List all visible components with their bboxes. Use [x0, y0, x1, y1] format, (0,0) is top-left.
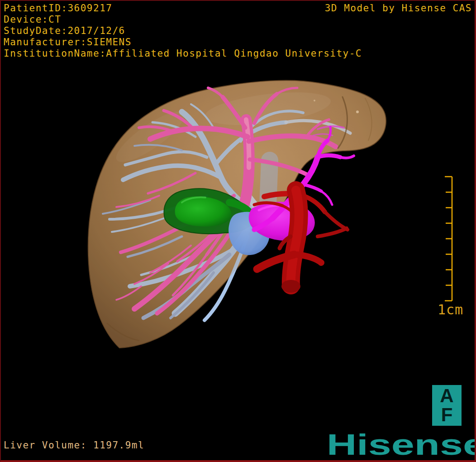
hisense-logo: Hisense — [327, 428, 476, 462]
scale-bar-label: 1cm — [438, 302, 463, 318]
device-text: Device:CT — [4, 14, 362, 25]
orientation-letter-a: A — [440, 386, 453, 405]
dicom-info-overlay: PatientID:3609217 Device:CT StudyDate:20… — [4, 3, 362, 59]
scale-bar-ruler — [445, 177, 452, 301]
hisense-logo-text: Hisense — [327, 428, 476, 461]
study-date-text: StudyDate:2017/12/6 — [4, 25, 362, 37]
orientation-letter-f: F — [441, 405, 453, 424]
institution-text: InstitutionName:Affiliated Hospital Qing… — [4, 48, 362, 59]
watermark-text: 3D Model by Hisense CAS — [325, 3, 472, 14]
scale-bar: 1cm — [432, 173, 474, 322]
liver-volume-text: Liver Volume: 1197.9ml — [4, 440, 144, 451]
model-viewport[interactable] — [1, 1, 474, 460]
patient-id-text: PatientID:3609217 — [4, 3, 362, 14]
viewer-window: PatientID:3609217 Device:CT StudyDate:20… — [0, 0, 476, 462]
manufacturer-text: Manufacturer:SIEMENS — [4, 37, 362, 48]
orientation-marker: A F — [432, 385, 462, 426]
